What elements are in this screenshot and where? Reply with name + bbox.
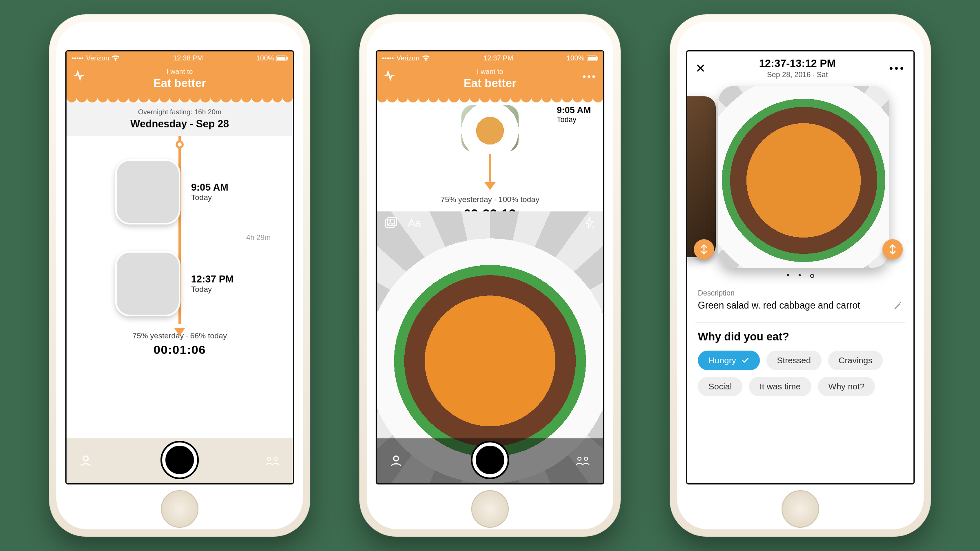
why-section: Why did you eat? Hungry Stressed Craving… [687, 331, 913, 396]
status-time: 12:38 PM [173, 54, 203, 62]
status-bar: ••••• Verizon 12:37 PM 100% [377, 51, 603, 65]
why-heading: Why did you eat? [698, 331, 903, 343]
meal-time: 9:05 AM [191, 182, 244, 193]
shutter-button[interactable] [472, 442, 508, 478]
meal-day: Today [191, 193, 244, 202]
timeline-start-dot [176, 140, 184, 149]
reason-chip-social[interactable]: Social [698, 377, 742, 396]
meal-thumbnail[interactable] [115, 159, 180, 224]
reason-chip-stressed[interactable]: Stressed [766, 351, 822, 370]
profile-icon[interactable] [79, 454, 93, 468]
phone-3: ✕ 12:37-13:12 PM Sep 28, 2016 · Sat ••• … [670, 14, 931, 537]
header-title: Eat better [67, 77, 293, 90]
svg-rect-7 [588, 57, 596, 60]
profile-icon[interactable] [389, 454, 403, 468]
text-tool[interactable]: Aa [408, 217, 421, 229]
carrier-label: Verizon [86, 54, 109, 62]
reason-label: Hungry [708, 355, 736, 365]
previous-meal-peek[interactable]: 9:05 AM Today [377, 102, 603, 183]
status-time: 12:37 PM [483, 54, 513, 62]
screen-timeline: ••••• Verizon 12:38 PM 100% [65, 50, 294, 484]
battery-percent: 100% [567, 54, 584, 62]
svg-rect-1 [277, 57, 285, 60]
viewfinder-tools: Aa x [377, 216, 603, 229]
fasting-label: Overnight fasting: 16h 20m [67, 108, 293, 116]
header-scallop [67, 97, 293, 102]
expand-handle-right[interactable] [882, 239, 903, 260]
meal-time: 12:37 PM [191, 273, 244, 285]
wifi-icon [111, 55, 120, 62]
svg-point-13 [394, 456, 399, 461]
app-header: ••• I want to Eat better [377, 65, 603, 97]
date-heading: Wednesday - Sep 28 [67, 118, 293, 130]
reason-chip-it-was-time[interactable]: It was time [749, 377, 811, 396]
meal-thumbnail[interactable] [115, 251, 180, 316]
battery-icon [587, 56, 598, 61]
detail-title: 12:37-13:12 PM [759, 57, 836, 70]
header-eyebrow: I want to [67, 68, 293, 76]
wifi-icon [422, 55, 430, 62]
reason-chip-hungry[interactable]: Hungry [698, 351, 760, 370]
meal-entry[interactable]: 9:05 AM Today [67, 159, 293, 224]
phone-1: ••••• Verizon 12:38 PM 100% [49, 14, 310, 537]
reason-chip-cravings[interactable]: Cravings [828, 351, 883, 370]
signal-dots: ••••• [382, 54, 394, 62]
battery-percent: 100% [256, 54, 274, 62]
stats-text: 75% yesterday · 100% today [377, 195, 603, 204]
more-icon[interactable]: ••• [889, 62, 905, 75]
shutter-button[interactable] [162, 442, 197, 478]
app-header: I want to Eat better [67, 65, 293, 97]
screen-meal-detail: ✕ 12:37-13:12 PM Sep 28, 2016 · Sat ••• … [686, 50, 915, 484]
gallery-main-photo[interactable] [718, 86, 889, 268]
header-eyebrow: I want to [377, 68, 603, 76]
description-text: Green salad w. red cabbage and carrot [698, 300, 860, 311]
bottom-toolbar [377, 438, 603, 483]
gallery-icon[interactable] [385, 217, 397, 229]
edit-icon[interactable] [893, 301, 903, 311]
battery-icon [276, 56, 288, 61]
description-section: Description Green salad w. red cabbage a… [687, 282, 913, 315]
flash-off-icon[interactable]: x [584, 216, 595, 229]
check-icon [741, 356, 749, 364]
detail-subtitle: Sep 28, 2016 · Sat [759, 71, 836, 79]
svg-point-4 [267, 457, 271, 460]
divider [695, 322, 905, 323]
home-button[interactable] [471, 490, 509, 528]
home-button[interactable] [782, 490, 819, 528]
countdown-timer: 00:01:06 [67, 343, 293, 357]
meal-day: Today [557, 116, 591, 124]
home-button[interactable] [161, 490, 198, 528]
phone-2: ••••• Verizon 12:37 PM 100% ••• I want t… [359, 14, 621, 537]
svg-rect-2 [287, 57, 288, 60]
header-title: Eat better [377, 77, 603, 90]
svg-point-11 [390, 220, 392, 222]
svg-point-14 [578, 457, 581, 460]
svg-rect-8 [597, 57, 598, 60]
camera-viewfinder[interactable]: Aa x [377, 211, 603, 483]
description-label: Description [698, 289, 903, 298]
expand-handle-left[interactable] [694, 239, 714, 260]
community-icon[interactable] [264, 455, 281, 467]
detail-header: ✕ 12:37-13:12 PM Sep 28, 2016 · Sat ••• [687, 51, 913, 83]
meal-timeline[interactable]: 9:05 AM Today 4h 29m 12:37 PM Today [67, 136, 293, 324]
photo-gallery[interactable]: • • [687, 86, 913, 282]
svg-point-15 [584, 457, 588, 460]
reason-chips: Hungry Stressed Cravings Social It was t… [698, 351, 903, 396]
status-bar: ••••• Verizon 12:38 PM 100% [67, 51, 293, 65]
community-icon[interactable] [575, 455, 591, 467]
meal-entry[interactable]: 12:37 PM Today [67, 251, 293, 316]
reason-chip-why-not[interactable]: Why not? [818, 377, 875, 396]
close-icon[interactable]: ✕ [695, 61, 706, 76]
header-scallop [377, 97, 603, 102]
timeline-arrow [174, 328, 185, 336]
carrier-label: Verizon [396, 54, 420, 62]
meal-thumbnail[interactable] [461, 105, 519, 152]
timeline-arrow [489, 154, 491, 183]
signal-dots: ••••• [71, 54, 84, 62]
gallery-prev-peek[interactable] [686, 96, 716, 257]
bottom-toolbar [67, 438, 293, 483]
day-summary: Overnight fasting: 16h 20m Wednesday - S… [67, 102, 293, 136]
svg-point-3 [83, 456, 88, 461]
svg-point-5 [274, 457, 277, 460]
svg-text:x: x [592, 224, 595, 229]
